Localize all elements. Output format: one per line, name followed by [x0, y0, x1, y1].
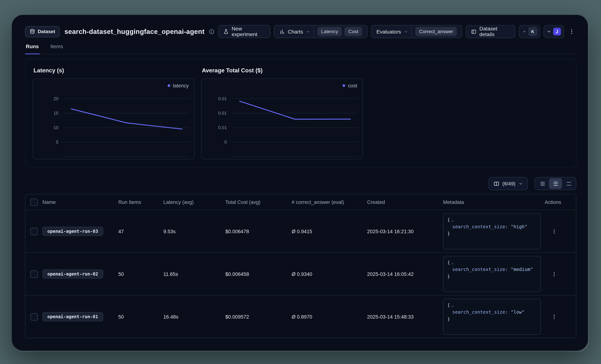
svg-text:0.01: 0.01 [218, 96, 227, 101]
brace-open: { [447, 302, 450, 308]
total-cost-value: $0.006478 [225, 229, 292, 234]
new-experiment-label: New experiment [232, 26, 265, 37]
tab-items[interactable]: Items [50, 41, 64, 54]
chart-title: Latency (s) [34, 67, 195, 74]
total-cost-value: $0.009572 [225, 314, 292, 320]
svg-text:20: 20 [54, 96, 59, 101]
metadata-box[interactable]: {⌄ search_context_size: "high" } [443, 213, 541, 249]
header-name: Name [42, 199, 118, 205]
evaluators-control-group: Evaluators Correct_answer [371, 25, 462, 38]
svg-text:15: 15 [54, 111, 59, 115]
latency-chart-panel: 2015105 latency [33, 79, 195, 159]
metadata-key: search_context_size: [452, 309, 508, 315]
chart-legend: latency [167, 83, 189, 89]
legend-label: cost [348, 83, 357, 89]
kebab-menu-icon [551, 229, 557, 234]
divider [313, 26, 314, 38]
header: Dataset search-dataset_huggingface_opena… [25, 25, 576, 38]
chart-title: Average Total Cost ($) [202, 67, 363, 74]
latency-value: 9.53s [163, 229, 225, 234]
column-selector-button[interactable]: (6/49) [489, 177, 528, 190]
metadata-key: search_context_size: [452, 267, 508, 272]
header-created: Created [367, 199, 443, 205]
content: Latency (s) 2015105 latency Average Tota… [12, 58, 588, 338]
rows-tall-icon [566, 181, 572, 186]
table-row: openai-agent-run-02 50 11.65s $0.006458 … [26, 253, 576, 296]
rows-dense-icon [540, 181, 545, 186]
chart-pill-cost[interactable]: Cost [345, 27, 362, 36]
created-value: 2025-03-14 16:21:30 [367, 229, 443, 234]
divider [411, 26, 412, 38]
shortcut-key-j: J [553, 28, 561, 35]
header-latency: Latency (avg) [163, 199, 225, 205]
brace-close: } [447, 230, 537, 237]
tabbar: Runs Items [25, 41, 575, 54]
more-menu-button[interactable] [567, 25, 576, 38]
chevron-down-icon [547, 29, 551, 34]
metadata-key: search_context_size: [452, 224, 508, 229]
metadata-box[interactable]: {⌄ search_context_size: "medium" } [443, 256, 541, 292]
header-metadata: Metadata [443, 199, 542, 205]
metadata-value: "low" [511, 309, 525, 315]
svg-text:10: 10 [54, 125, 59, 130]
evaluators-dropdown[interactable]: Evaluators [377, 29, 401, 34]
legend-dot [167, 84, 170, 87]
correct-answer-value: Ø 0.9415 [292, 229, 367, 234]
chevron-down-icon[interactable] [404, 29, 408, 34]
rows-medium-icon [552, 181, 559, 186]
latency-chart-svg: 2015105 [33, 79, 194, 159]
page-title: search-dataset_huggingface_openai-agent [64, 28, 204, 36]
row-checkbox[interactable] [30, 270, 38, 278]
row-checkbox[interactable] [30, 228, 38, 235]
tab-runs[interactable]: Runs [25, 41, 40, 54]
panel-icon [471, 29, 476, 34]
charts-section: Latency (s) 2015105 latency Average Tota… [25, 58, 576, 167]
brace-close: } [447, 273, 537, 280]
table-row: openai-agent-run-01 50 16.48s $0.009572 … [26, 296, 576, 338]
collapse-chevron-icon[interactable]: ⌄ [451, 260, 454, 265]
metadata-box[interactable]: {⌄ search_context_size: "low" } [443, 299, 541, 335]
row-height-small-button[interactable] [536, 178, 549, 189]
run-name-badge[interactable]: openai-agent-run-02 [42, 269, 103, 278]
row-height-medium-button[interactable] [549, 178, 562, 189]
table-header-row: Name Run Items Latency (avg) Total Cost … [26, 194, 576, 210]
select-all-checkbox[interactable] [30, 198, 38, 206]
table-controls: (6/49) [25, 177, 576, 190]
row-actions-menu[interactable] [549, 268, 559, 279]
dataset-details-button[interactable]: Dataset details [466, 25, 515, 38]
info-icon[interactable] [209, 29, 215, 34]
columns-icon [493, 181, 499, 186]
run-name-badge[interactable]: openai-agent-run-03 [42, 227, 103, 236]
header-total-cost: Total Cost (avg) [225, 199, 292, 205]
svg-text:0.01: 0.01 [218, 111, 227, 115]
latency-value: 16.48s [163, 314, 225, 320]
row-checkbox[interactable] [30, 313, 38, 320]
row-actions-menu[interactable] [549, 311, 559, 322]
database-icon [30, 29, 35, 34]
app-window: Dataset search-dataset_huggingface_opena… [11, 15, 588, 351]
metadata-value: "high" [511, 224, 527, 229]
next-run-button[interactable]: J [543, 25, 564, 38]
charts-dropdown[interactable]: Charts [288, 29, 303, 34]
evaluator-pill-correct-answer[interactable]: Correct_answer [415, 27, 457, 36]
brace-open: { [447, 260, 450, 265]
kebab-menu-icon [551, 271, 557, 277]
svg-text:5: 5 [56, 140, 58, 144]
row-height-large-button[interactable] [562, 178, 575, 189]
legend-dot [343, 84, 345, 87]
run-name-badge[interactable]: openai-agent-run-01 [42, 312, 103, 321]
shortcut-key-k: K [528, 27, 537, 36]
legend-label: latency [173, 83, 189, 89]
prev-run-button[interactable]: K [519, 25, 540, 38]
run-items-value: 50 [118, 314, 163, 320]
collapse-chevron-icon[interactable]: ⌄ [451, 217, 454, 222]
collapse-chevron-icon[interactable]: ⌄ [451, 302, 454, 308]
row-actions-menu[interactable] [549, 226, 559, 237]
chevron-down-icon[interactable] [306, 29, 310, 34]
new-experiment-button[interactable]: New experiment [218, 25, 270, 38]
created-value: 2025-03-14 15:48:33 [367, 314, 443, 320]
runs-table: Name Run Items Latency (avg) Total Cost … [25, 194, 576, 338]
column-selector-count: (6/49) [502, 181, 515, 186]
chart-pill-latency[interactable]: Latency [317, 27, 342, 36]
dataset-details-label: Dataset details [479, 26, 510, 37]
